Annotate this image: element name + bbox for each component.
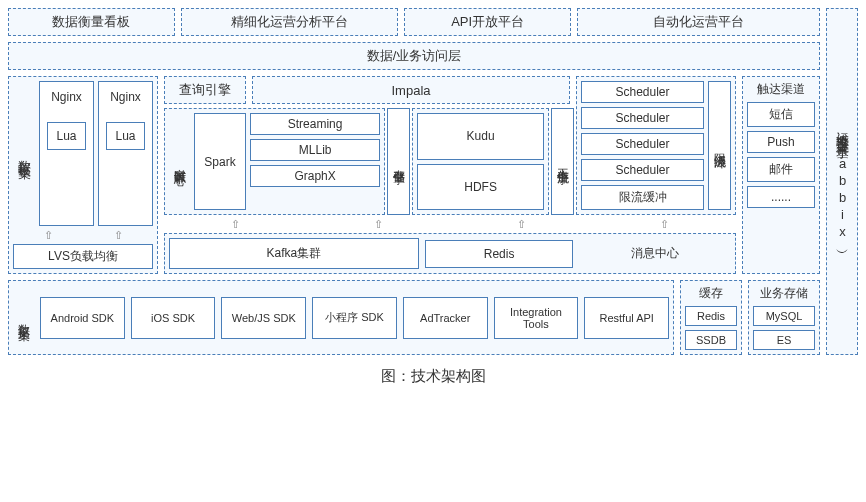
arrow-up-icon: ⇧ — [231, 218, 240, 231]
bizstore-container: 业务存储 MySQL ES — [748, 280, 820, 355]
data-collect-label: 数据收集 — [13, 81, 35, 226]
adtracker-box: AdTracker — [403, 297, 488, 339]
arrow-up-icon: ⇧ — [660, 218, 669, 231]
nginx-label: Nginx — [51, 90, 82, 104]
ratelimit-buffer-vertical: 限流缓冲 — [708, 81, 731, 210]
cache-ssdb-box: SSDB — [685, 330, 737, 350]
push-box: Push — [747, 131, 815, 153]
scheduler-box-4: Scheduler — [581, 159, 704, 181]
arrow-up-icon: ⇧ — [114, 229, 123, 242]
top-platforms-row: 数据衡量看板 精细化运营分析平台 API开放平台 自动化运营平台 — [8, 8, 820, 36]
api-platform-box: API开放平台 — [404, 8, 571, 36]
streaming-box: Streaming — [250, 113, 380, 135]
nginx-box-1: Nginx Lua — [39, 81, 94, 226]
hdfs-box: HDFS — [417, 164, 544, 211]
lua-box-1: Lua — [47, 122, 85, 150]
storage-engine-label: 存储引擎 — [387, 108, 410, 215]
architecture-diagram: 数据衡量看板 精细化运营分析平台 API开放平台 自动化运营平台 数据/业务访问… — [8, 8, 858, 355]
restful-box: Restful API — [584, 297, 669, 339]
sms-box: 短信 — [747, 102, 815, 127]
graphx-box: GraphX — [250, 165, 380, 187]
center-column: 查询引擎 Impala 实时计算中心 Spark Streaming MLLib… — [164, 76, 736, 274]
kudu-box: Kudu — [417, 113, 544, 160]
kafka-box: Kafka集群 — [169, 238, 419, 269]
diagram-caption: 图：技术架构图 — [8, 355, 858, 390]
nginx-box-2: Nginx Lua — [98, 81, 153, 226]
spark-box: Spark — [194, 113, 246, 210]
realtime-compute-container: 实时计算中心 Spark Streaming MLLib GraphX — [164, 108, 385, 215]
workflow-engine-label: 工作流引擎 — [551, 108, 574, 215]
data-collect-container: 数据收集 Nginx Lua Nginx Lua ⇧⇧ LVS负载均衡 — [8, 76, 158, 274]
bizstore-title: 业务存储 — [753, 285, 815, 302]
more-box: ...... — [747, 186, 815, 208]
channels-container: 触达渠道 短信 Push 邮件 ...... — [742, 76, 820, 274]
redis-box: Redis — [425, 240, 574, 268]
storage-container: Kudu HDFS — [412, 108, 549, 215]
analytics-platform-box: 精细化运营分析平台 — [181, 8, 399, 36]
mysql-box: MySQL — [753, 306, 815, 326]
lvs-box: LVS负载均衡 — [13, 244, 153, 269]
miniapp-sdk-box: 小程序 SDK — [312, 297, 397, 339]
ingest-title: 数据采集 — [13, 308, 34, 328]
arrow-up-icon: ⇧ — [374, 218, 383, 231]
integration-box: Integration Tools — [494, 297, 579, 339]
channels-title: 触达渠道 — [747, 81, 815, 98]
arrow-up-icon: ⇧ — [517, 218, 526, 231]
realtime-label: 实时计算中心 — [169, 113, 190, 210]
impala-box: Impala — [252, 76, 570, 104]
nginx-label-2: Nginx — [110, 90, 141, 104]
message-row: Kafka集群 Redis 消息中心 — [164, 233, 736, 274]
es-box: ES — [753, 330, 815, 350]
cache-title: 缓存 — [685, 285, 737, 302]
ratelimit-box-inline: 限流缓冲 — [581, 185, 704, 210]
cache-redis-box: Redis — [685, 306, 737, 326]
access-layer-box: 数据/业务访问层 — [8, 42, 820, 70]
ops-monitor-box: 运维监控平台（基于Zabbix） — [826, 8, 858, 355]
query-engine-box: 查询引擎 — [164, 76, 246, 104]
compute-storage-row: 实时计算中心 Spark Streaming MLLib GraphX 存储引擎… — [164, 108, 736, 215]
mllib-box: MLLib — [250, 139, 380, 161]
scheduler-box-2: Scheduler — [581, 107, 704, 129]
message-center-label: 消息中心 — [579, 245, 731, 262]
dashboard-box: 数据衡量看板 — [8, 8, 175, 36]
automation-platform-box: 自动化运营平台 — [577, 8, 820, 36]
cache-container: 缓存 Redis SSDB — [680, 280, 742, 355]
main-column: 数据衡量看板 精细化运营分析平台 API开放平台 自动化运营平台 数据/业务访问… — [8, 8, 820, 355]
arrow-up-icon: ⇧ — [44, 229, 53, 242]
core-row: 数据收集 Nginx Lua Nginx Lua ⇧⇧ LVS负载均衡 查询引擎… — [8, 76, 820, 274]
mail-box: 邮件 — [747, 157, 815, 182]
android-sdk-box: Android SDK — [40, 297, 125, 339]
ios-sdk-box: iOS SDK — [131, 297, 216, 339]
scheduler-box-3: Scheduler — [581, 133, 704, 155]
lua-box-2: Lua — [106, 122, 144, 150]
scheduler-container: Scheduler Scheduler Scheduler Scheduler … — [576, 76, 736, 215]
bottom-row: 数据采集 Android SDK iOS SDK Web/JS SDK 小程序 … — [8, 280, 820, 355]
ingest-container: 数据采集 Android SDK iOS SDK Web/JS SDK 小程序 … — [8, 280, 674, 355]
webjs-sdk-box: Web/JS SDK — [221, 297, 306, 339]
scheduler-box-1: Scheduler — [581, 81, 704, 103]
